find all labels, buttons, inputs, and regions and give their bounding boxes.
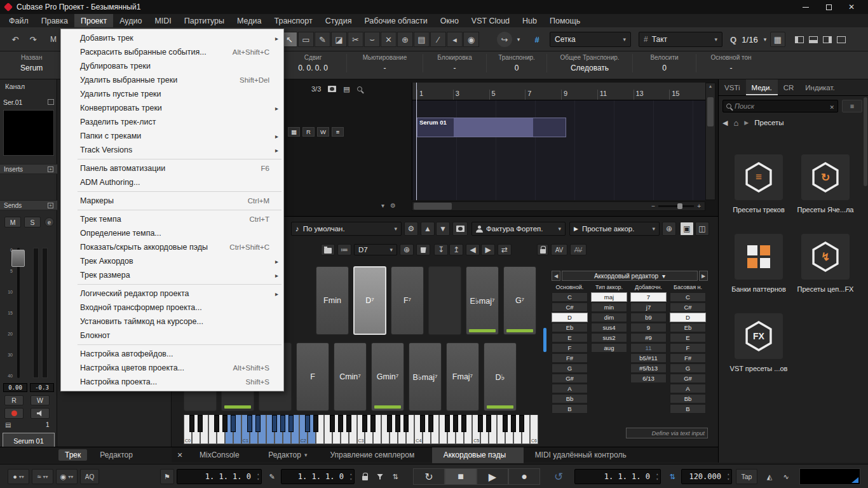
menu-item[interactable]: Трек Аккордов <box>61 254 283 268</box>
menubar-item[interactable]: Помощь <box>543 14 587 27</box>
media-tile[interactable]: FX VST пресеты ...ов <box>735 313 783 372</box>
left-locator-display[interactable]: 1. 1. 1. 0 <box>177 469 262 484</box>
player-mode-dropdown[interactable]: ▶ Простые аккор. <box>569 222 660 236</box>
chord-pad[interactable]: F⁷ <box>391 266 424 335</box>
previous-icon[interactable]: ◀ <box>552 271 560 281</box>
tool-button[interactable]: ◉ <box>463 32 479 47</box>
left-zone-toggle-button[interactable] <box>793 32 806 47</box>
chord-pad[interactable]: E♭maj⁷ <box>466 266 499 335</box>
tool-button[interactable]: ▤ <box>414 32 430 47</box>
piano-key-black[interactable] <box>255 415 261 432</box>
tempo-display[interactable]: 120.000 <box>681 469 732 484</box>
swap-locators-icon[interactable]: ⇅ <box>389 469 402 484</box>
folder-icon[interactable] <box>321 244 335 255</box>
stepper-icon[interactable] <box>257 471 259 482</box>
voicing-dropdown[interactable]: Фактура Фортеп. <box>471 222 566 236</box>
piano-key-black[interactable] <box>403 415 409 432</box>
back-icon[interactable]: ◀ <box>722 119 728 127</box>
stop-button[interactable]: ■ <box>445 468 477 485</box>
bass-note-cell[interactable]: G <box>670 363 706 373</box>
grid-type-dropdown[interactable]: # Такт <box>639 32 722 47</box>
bass-note-cell[interactable]: D <box>670 313 706 322</box>
media-tile-icon[interactable]: ≡ <box>735 154 783 200</box>
piano-key-black[interactable] <box>370 415 376 432</box>
zoom-control[interactable]: − + <box>651 202 701 210</box>
chord-type-cell[interactable]: dim <box>591 313 627 322</box>
track-controls-icon[interactable]: ≡ <box>332 127 344 137</box>
piano-key-white[interactable]: C6 <box>530 415 538 444</box>
cycle-button[interactable]: ↻ <box>413 468 445 485</box>
piano-key-black[interactable] <box>280 415 285 432</box>
piano-key-black[interactable] <box>288 415 294 432</box>
menu-item[interactable]: Track Versions <box>61 143 283 157</box>
tool-button[interactable]: ▭ <box>298 32 314 47</box>
chord-pad[interactable]: Gmin⁷ <box>371 342 404 411</box>
maximize-button[interactable] <box>817 0 840 14</box>
piano-key-black[interactable] <box>511 415 516 432</box>
lower-zone-tab[interactable]: MIDI удалённый контроль <box>524 447 644 463</box>
quantize-caret-icon[interactable]: ▾ <box>761 32 769 47</box>
menu-item[interactable]: Настройка цветов проекта... Alt+Shift+S <box>61 361 283 375</box>
tool-button[interactable]: ∕ <box>430 32 446 47</box>
root-note-cell[interactable]: Bb <box>552 394 588 403</box>
info-column[interactable]: Транспонир. 0 <box>486 54 546 72</box>
tool-button[interactable]: ⌣ <box>364 32 380 47</box>
scroll-thumb[interactable] <box>414 203 452 210</box>
chord-pad[interactable] <box>428 266 461 335</box>
menu-item[interactable]: Трек размера <box>61 268 283 282</box>
root-note-cell[interactable]: G <box>552 363 588 373</box>
root-note-cell[interactable]: D <box>552 313 588 322</box>
right-zone-toggle-button[interactable] <box>821 32 834 47</box>
editor-mode-dropdown[interactable]: Аккордовый редактор <box>562 271 698 281</box>
track-visibility-counter[interactable]: 3/3 <box>311 85 321 93</box>
globe-icon[interactable]: ⊕ <box>400 244 414 255</box>
channel-edit-icon[interactable] <box>48 99 54 105</box>
piano-keyboard[interactable]: C0C1C2C3C4C5C6 <box>184 415 538 444</box>
horizontal-scrollbar[interactable]: − + <box>412 201 705 211</box>
project-cursor[interactable] <box>416 83 417 200</box>
event-display[interactable]: Serum 01 <box>412 100 705 200</box>
menu-item[interactable]: Дублировать треки <box>61 59 283 73</box>
solo-button[interactable]: S <box>24 217 41 227</box>
expand-icon[interactable]: + <box>48 166 53 172</box>
piano-key-black[interactable] <box>247 415 252 432</box>
right-zone-tab[interactable]: VSTi <box>719 79 746 95</box>
redo-icon[interactable]: ↷ <box>25 32 41 47</box>
menu-item[interactable]: Трек темпа Ctrl+T <box>61 212 283 226</box>
piano-key-black[interactable] <box>198 415 203 432</box>
fader-handle[interactable] <box>11 250 25 267</box>
lock-icon[interactable] <box>537 244 548 255</box>
bass-note-cell[interactable]: C# <box>670 302 706 312</box>
piano-key-black[interactable] <box>387 415 392 432</box>
read-automation-button[interactable]: R <box>4 395 24 405</box>
undo-icon[interactable]: ↶ <box>8 32 23 47</box>
chord-pad[interactable]: B♭maj⁷ <box>409 342 442 411</box>
media-tile[interactable]: ↻ Пресеты Яче...ла <box>801 154 850 214</box>
menu-item[interactable]: Удалить выбранные треки Shift+Del <box>61 73 283 87</box>
menu-item[interactable]: Логический редактор проекта <box>61 287 283 301</box>
search-track-icon[interactable] <box>357 86 362 92</box>
menu-item[interactable]: Настройка проекта... Shift+S <box>61 375 283 389</box>
marker-flag-icon[interactable]: ⚑ <box>160 469 174 484</box>
autoscroll-icon[interactable]: ↪ <box>497 32 512 47</box>
snapshot-icon[interactable] <box>452 222 468 236</box>
metronome-icon[interactable]: ◭ <box>763 469 776 484</box>
define-chord-input[interactable]: Define via text input <box>626 428 708 438</box>
piano-key-black[interactable] <box>486 415 491 432</box>
tension-cell[interactable]: 7 <box>630 292 667 302</box>
menubar-item[interactable]: Проект <box>74 14 113 27</box>
swap-icon[interactable]: ⇄ <box>498 244 512 255</box>
menu-item[interactable]: ADM Authoring... <box>61 175 283 189</box>
info-column[interactable]: Основной тон - <box>696 54 766 72</box>
piano-key-black[interactable] <box>478 415 483 432</box>
metronome-mode-button[interactable]: ◉▾ <box>56 469 78 484</box>
lower-zone-toggle-button[interactable] <box>807 32 820 47</box>
menubar-item[interactable]: Окно <box>434 14 465 27</box>
shift-left-icon[interactable]: ◀ <box>466 244 480 255</box>
bass-note-cell[interactable]: B <box>670 404 706 414</box>
piano-key-black[interactable] <box>222 415 227 432</box>
chord-pad[interactable]: Fmin <box>316 266 349 335</box>
root-note-cell[interactable]: C <box>552 292 588 302</box>
chord-pad[interactable]: Cmin⁷ <box>334 342 367 411</box>
menu-item[interactable]: Установить таймкод на курсоре... <box>61 315 283 329</box>
